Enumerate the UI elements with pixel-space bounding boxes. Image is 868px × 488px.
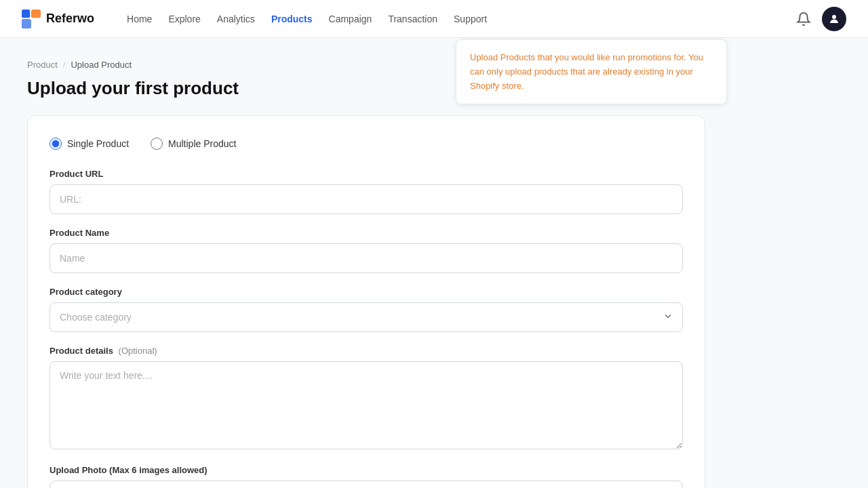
product-category-group: Product category Choose category: [50, 287, 683, 332]
svg-point-3: [832, 15, 836, 19]
multiple-product-label: Multiple Product: [168, 138, 236, 149]
upload-photo-group: Upload Photo (Max 6 images allowed): [50, 465, 683, 488]
nav-transaction[interactable]: Transaction: [388, 14, 437, 24]
avatar[interactable]: [822, 7, 846, 31]
optional-label: (Optional): [119, 346, 157, 356]
multiple-product-radio[interactable]: Multiple Product: [151, 138, 236, 150]
info-box: Upload Products that you would like run …: [456, 39, 727, 104]
product-name-label: Product Name: [50, 228, 683, 238]
nav-home[interactable]: Home: [127, 14, 152, 24]
upload-photo-area[interactable]: [50, 481, 683, 488]
product-details-textarea[interactable]: [50, 361, 683, 449]
breadcrumb-parent[interactable]: Product: [27, 60, 58, 70]
product-category-select[interactable]: Choose category: [50, 302, 683, 332]
product-url-label: Product URL: [50, 169, 683, 179]
form-card: Single Product Multiple Product Product …: [27, 115, 705, 488]
single-product-label: Single Product: [67, 138, 129, 149]
upload-photo-label: Upload Photo (Max 6 images allowed): [50, 465, 683, 475]
product-details-group: Product details (Optional): [50, 346, 683, 451]
product-url-input[interactable]: [50, 184, 683, 214]
product-category-label: Product category: [50, 287, 683, 297]
product-name-group: Product Name: [50, 228, 683, 273]
nav-analytics[interactable]: Analytics: [217, 14, 255, 24]
single-product-radio[interactable]: Single Product: [50, 138, 129, 150]
nav-support[interactable]: Support: [454, 14, 487, 24]
brand-logo[interactable]: Referwo: [22, 9, 94, 28]
product-category-select-wrapper: Choose category: [50, 302, 683, 332]
product-details-label: Product details (Optional): [50, 346, 683, 356]
product-type-radio-group: Single Product Multiple Product: [50, 138, 683, 150]
nav-actions: [796, 7, 846, 31]
svg-rect-1: [31, 9, 41, 18]
svg-rect-0: [22, 9, 30, 18]
breadcrumb-current: Upload Product: [71, 60, 132, 70]
navbar: Referwo Home Explore Analytics Products …: [0, 0, 868, 38]
breadcrumb-separator: /: [63, 60, 66, 70]
svg-rect-2: [22, 19, 31, 28]
product-url-group: Product URL: [50, 169, 683, 214]
main-content: Product / Upload Product Upload your fir…: [0, 38, 868, 488]
product-name-input[interactable]: [50, 243, 683, 273]
nav-products[interactable]: Products: [271, 14, 313, 24]
nav-links: Home Explore Analytics Products Campaign…: [127, 14, 774, 24]
brand-name: Referwo: [46, 12, 94, 26]
nav-campaign[interactable]: Campaign: [329, 14, 372, 24]
nav-explore[interactable]: Explore: [168, 14, 200, 24]
info-text: Upload Products that you would like run …: [470, 52, 703, 91]
notification-icon[interactable]: [796, 12, 811, 26]
